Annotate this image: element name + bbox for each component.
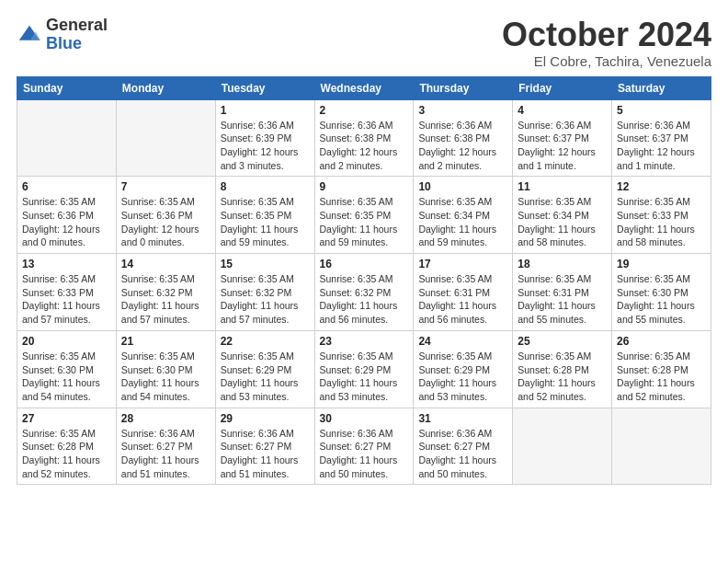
logo: General Blue	[17, 17, 108, 53]
day-info: Sunrise: 6:35 AM Sunset: 6:34 PM Dayligh…	[518, 195, 607, 249]
day-number: 4	[518, 104, 607, 117]
calendar-cell: 22Sunrise: 6:35 AM Sunset: 6:29 PM Dayli…	[215, 330, 314, 408]
day-number: 1	[221, 104, 310, 117]
day-info: Sunrise: 6:35 AM Sunset: 6:34 PM Dayligh…	[418, 195, 507, 249]
calendar-cell: 28Sunrise: 6:36 AM Sunset: 6:27 PM Dayli…	[116, 408, 215, 485]
calendar-cell: 13Sunrise: 6:35 AM Sunset: 6:33 PM Dayli…	[17, 254, 117, 331]
calendar-cell: 20Sunrise: 6:35 AM Sunset: 6:30 PM Dayli…	[17, 330, 117, 408]
day-info: Sunrise: 6:35 AM Sunset: 6:29 PM Dayligh…	[221, 350, 310, 404]
day-number: 31	[418, 412, 507, 425]
calendar-header-row: SundayMondayTuesdayWednesdayThursdayFrid…	[17, 76, 711, 99]
day-info: Sunrise: 6:35 AM Sunset: 6:28 PM Dayligh…	[617, 350, 706, 404]
calendar-cell: 27Sunrise: 6:35 AM Sunset: 6:28 PM Dayli…	[17, 408, 117, 485]
day-number: 13	[22, 258, 111, 270]
day-number: 11	[518, 180, 607, 193]
logo-blue: Blue	[46, 35, 108, 53]
calendar-header-friday: Friday	[513, 76, 612, 99]
day-number: 22	[221, 335, 310, 348]
calendar-cell: 18Sunrise: 6:35 AM Sunset: 6:31 PM Dayli…	[513, 254, 612, 331]
day-number: 12	[617, 180, 706, 193]
calendar-cell: 2Sunrise: 6:36 AM Sunset: 6:38 PM Daylig…	[314, 99, 414, 177]
day-info: Sunrise: 6:36 AM Sunset: 6:39 PM Dayligh…	[221, 119, 310, 173]
calendar-header-thursday: Thursday	[414, 76, 513, 99]
day-info: Sunrise: 6:36 AM Sunset: 6:38 PM Dayligh…	[320, 119, 409, 173]
day-info: Sunrise: 6:35 AM Sunset: 6:32 PM Dayligh…	[121, 272, 210, 327]
day-number: 14	[121, 258, 210, 270]
logo-icon	[17, 23, 42, 49]
calendar-cell: 1Sunrise: 6:36 AM Sunset: 6:39 PM Daylig…	[215, 99, 314, 177]
calendar-header-saturday: Saturday	[612, 76, 711, 99]
day-info: Sunrise: 6:36 AM Sunset: 6:27 PM Dayligh…	[418, 427, 507, 481]
day-number: 23	[320, 335, 409, 348]
calendar-header-wednesday: Wednesday	[314, 76, 414, 99]
calendar-week-row: 1Sunrise: 6:36 AM Sunset: 6:39 PM Daylig…	[17, 99, 711, 177]
day-number: 16	[320, 258, 409, 270]
calendar-cell: 24Sunrise: 6:35 AM Sunset: 6:29 PM Dayli…	[414, 330, 513, 408]
logo-text: General Blue	[46, 17, 108, 53]
day-info: Sunrise: 6:35 AM Sunset: 6:29 PM Dayligh…	[320, 350, 409, 404]
day-number: 18	[518, 258, 607, 270]
day-info: Sunrise: 6:35 AM Sunset: 6:32 PM Dayligh…	[221, 272, 310, 327]
day-info: Sunrise: 6:36 AM Sunset: 6:27 PM Dayligh…	[121, 427, 210, 481]
day-number: 9	[320, 180, 409, 193]
day-info: Sunrise: 6:36 AM Sunset: 6:38 PM Dayligh…	[418, 119, 507, 173]
day-info: Sunrise: 6:35 AM Sunset: 6:28 PM Dayligh…	[22, 427, 111, 481]
day-number: 26	[617, 335, 706, 348]
logo-general: General	[46, 17, 108, 35]
calendar-cell: 31Sunrise: 6:36 AM Sunset: 6:27 PM Dayli…	[414, 408, 513, 485]
page: General Blue October 2024 El Cobre, Tach…	[0, 0, 728, 494]
day-info: Sunrise: 6:36 AM Sunset: 6:37 PM Dayligh…	[617, 119, 706, 173]
header: General Blue October 2024 El Cobre, Tach…	[17, 17, 711, 69]
calendar-week-row: 27Sunrise: 6:35 AM Sunset: 6:28 PM Dayli…	[17, 408, 711, 485]
day-number: 25	[518, 335, 607, 348]
day-number: 6	[22, 180, 111, 193]
day-info: Sunrise: 6:35 AM Sunset: 6:33 PM Dayligh…	[617, 195, 706, 249]
calendar-cell: 6Sunrise: 6:35 AM Sunset: 6:36 PM Daylig…	[17, 177, 117, 254]
day-number: 20	[22, 335, 111, 348]
day-info: Sunrise: 6:35 AM Sunset: 6:33 PM Dayligh…	[22, 272, 111, 327]
day-number: 27	[22, 412, 111, 425]
location: El Cobre, Tachira, Venezuela	[502, 53, 711, 69]
calendar-cell: 5Sunrise: 6:36 AM Sunset: 6:37 PM Daylig…	[612, 99, 711, 177]
day-number: 17	[418, 258, 507, 270]
calendar-week-row: 20Sunrise: 6:35 AM Sunset: 6:30 PM Dayli…	[17, 330, 711, 408]
day-info: Sunrise: 6:35 AM Sunset: 6:31 PM Dayligh…	[518, 272, 607, 327]
day-number: 10	[418, 180, 507, 193]
day-number: 24	[418, 335, 507, 348]
day-info: Sunrise: 6:35 AM Sunset: 6:30 PM Dayligh…	[617, 272, 706, 327]
day-number: 7	[121, 180, 210, 193]
day-info: Sunrise: 6:35 AM Sunset: 6:29 PM Dayligh…	[418, 350, 507, 404]
calendar-cell: 11Sunrise: 6:35 AM Sunset: 6:34 PM Dayli…	[513, 177, 612, 254]
calendar-cell: 8Sunrise: 6:35 AM Sunset: 6:35 PM Daylig…	[215, 177, 314, 254]
day-number: 30	[320, 412, 409, 425]
day-info: Sunrise: 6:35 AM Sunset: 6:30 PM Dayligh…	[22, 350, 111, 404]
day-info: Sunrise: 6:36 AM Sunset: 6:27 PM Dayligh…	[221, 427, 310, 481]
day-info: Sunrise: 6:35 AM Sunset: 6:36 PM Dayligh…	[121, 195, 210, 249]
calendar-cell: 9Sunrise: 6:35 AM Sunset: 6:35 PM Daylig…	[314, 177, 414, 254]
calendar-cell: 12Sunrise: 6:35 AM Sunset: 6:33 PM Dayli…	[612, 177, 711, 254]
day-number: 5	[617, 104, 706, 117]
day-number: 15	[221, 258, 310, 270]
calendar-week-row: 13Sunrise: 6:35 AM Sunset: 6:33 PM Dayli…	[17, 254, 711, 331]
day-number: 28	[121, 412, 210, 425]
calendar: SundayMondayTuesdayWednesdayThursdayFrid…	[17, 76, 711, 486]
calendar-cell: 14Sunrise: 6:35 AM Sunset: 6:32 PM Dayli…	[116, 254, 215, 331]
day-info: Sunrise: 6:35 AM Sunset: 6:31 PM Dayligh…	[418, 272, 507, 327]
day-info: Sunrise: 6:35 AM Sunset: 6:36 PM Dayligh…	[22, 195, 111, 249]
day-info: Sunrise: 6:36 AM Sunset: 6:37 PM Dayligh…	[518, 119, 607, 173]
calendar-week-row: 6Sunrise: 6:35 AM Sunset: 6:36 PM Daylig…	[17, 177, 711, 254]
calendar-cell	[17, 99, 117, 177]
calendar-cell: 21Sunrise: 6:35 AM Sunset: 6:30 PM Dayli…	[116, 330, 215, 408]
calendar-cell: 7Sunrise: 6:35 AM Sunset: 6:36 PM Daylig…	[116, 177, 215, 254]
calendar-header-monday: Monday	[116, 76, 215, 99]
month-title: October 2024	[502, 17, 711, 53]
day-info: Sunrise: 6:35 AM Sunset: 6:28 PM Dayligh…	[518, 350, 607, 404]
calendar-cell: 17Sunrise: 6:35 AM Sunset: 6:31 PM Dayli…	[414, 254, 513, 331]
calendar-header-tuesday: Tuesday	[215, 76, 314, 99]
day-info: Sunrise: 6:35 AM Sunset: 6:32 PM Dayligh…	[320, 272, 409, 327]
calendar-cell: 16Sunrise: 6:35 AM Sunset: 6:32 PM Dayli…	[314, 254, 414, 331]
calendar-cell	[612, 408, 711, 485]
day-number: 8	[221, 180, 310, 193]
day-number: 3	[418, 104, 507, 117]
day-info: Sunrise: 6:35 AM Sunset: 6:35 PM Dayligh…	[320, 195, 409, 249]
